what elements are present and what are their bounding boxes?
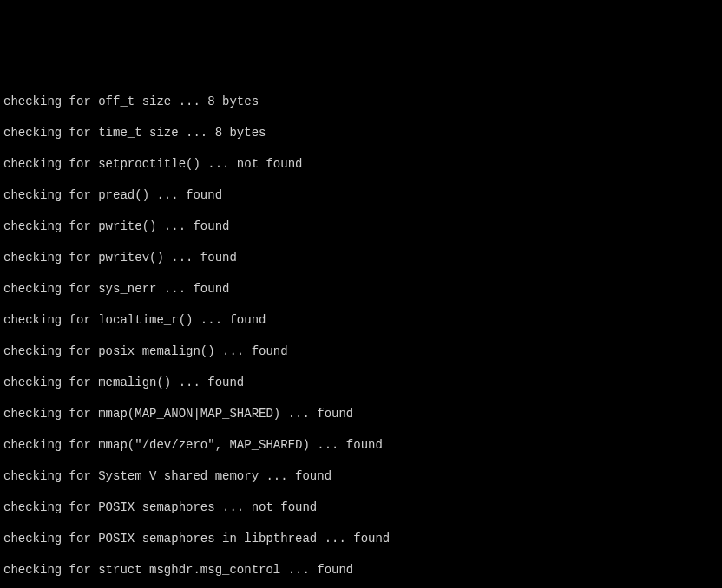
config-line: checking for POSIX semaphores ... not fo… bbox=[3, 500, 719, 515]
config-line: checking for off_t size ... 8 bytes bbox=[3, 94, 719, 109]
config-line: checking for POSIX semaphores in libpthr… bbox=[3, 531, 719, 546]
config-line: checking for struct msghdr.msg_control .… bbox=[3, 562, 719, 578]
config-line: checking for System V shared memory ... … bbox=[3, 468, 719, 484]
config-line: checking for sys_nerr ... found bbox=[3, 281, 719, 297]
config-line: checking for mmap("/dev/zero", MAP_SHARE… bbox=[3, 437, 719, 453]
config-line: checking for posix_memalign() ... found bbox=[3, 343, 719, 359]
config-line: checking for mmap(MAP_ANON|MAP_SHARED) .… bbox=[3, 406, 719, 421]
terminal-output: checking for off_t size ... 8 bytes chec… bbox=[0, 78, 722, 588]
config-line: checking for pwrite() ... found bbox=[3, 219, 719, 234]
config-line: checking for memalign() ... found bbox=[3, 375, 719, 390]
config-line: checking for pwritev() ... found bbox=[3, 250, 719, 265]
config-line: checking for setproctitle() ... not foun… bbox=[3, 156, 719, 172]
config-line: checking for localtime_r() ... found bbox=[3, 312, 719, 328]
config-line: checking for pread() ... found bbox=[3, 187, 719, 203]
config-line: checking for time_t size ... 8 bytes bbox=[3, 125, 719, 140]
